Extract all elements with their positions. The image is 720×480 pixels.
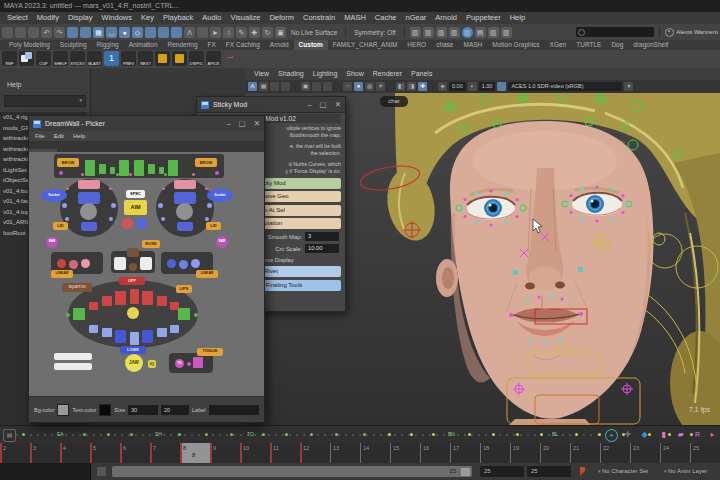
maximize-button[interactable]: ▢ [239, 119, 246, 128]
shelf-tab-sculpting[interactable]: Sculpting [55, 40, 92, 50]
picker-menu-help[interactable]: Help [73, 131, 85, 141]
frame-4[interactable]: 4 [60, 443, 90, 463]
shelf-tab-xgen[interactable]: XGen [545, 40, 572, 50]
command-line[interactable] [0, 463, 91, 480]
viewport-menu-show[interactable]: Show [346, 68, 364, 80]
socket-left-button[interactable]: Socket [41, 189, 67, 202]
picker-control[interactable] [129, 263, 137, 271]
sticky-mod-titlebar[interactable]: Sticky Mod – ▢ ✕ [197, 97, 345, 113]
frame-13[interactable]: 13 [330, 443, 360, 463]
picker-control[interactable] [66, 187, 69, 190]
picker-control[interactable] [205, 217, 209, 221]
lips-button[interactable]: LIPS [176, 285, 192, 293]
picker-control[interactable] [177, 222, 193, 231]
save-scene-icon[interactable] [28, 27, 39, 38]
frame-18[interactable]: 18 [480, 443, 510, 463]
pose-marker-label-sh[interactable]: SH [155, 431, 162, 437]
lights-icon[interactable]: ☀ [376, 82, 385, 91]
time-slider[interactable]: 2345678891011121314151617181920212223242… [0, 443, 720, 463]
shelf-tab-arnold[interactable]: Arnold [265, 40, 294, 50]
size-width-field[interactable]: 30 [128, 405, 158, 415]
shelf-tab-rigging[interactable]: Rigging [92, 40, 124, 50]
pose-marker-track[interactable]: ▤ + ✛ ◆ ▮ ▰ R ▲ EASHTOBNBL [0, 425, 720, 444]
pose-marker-yellow[interactable] [622, 433, 625, 436]
picker-control[interactable] [62, 203, 67, 208]
viewport-menu-shading[interactable]: Shading [278, 68, 304, 80]
frame-19[interactable]: 19 [510, 443, 540, 463]
frame-11[interactable]: 11 [270, 443, 300, 463]
render-sphere-icon[interactable]: ▥ [462, 27, 473, 38]
picker-control[interactable] [73, 308, 85, 320]
shelf-tab-animation[interactable]: Animation [124, 40, 163, 50]
pose-marker-label-to[interactable]: TO [247, 431, 254, 437]
picker-control[interactable] [162, 187, 165, 190]
render-settings-icon[interactable]: ▥ [449, 27, 460, 38]
frame-5[interactable]: 5 [90, 443, 120, 463]
picker-control[interactable] [89, 325, 98, 333]
move-tool-icon[interactable]: + [605, 429, 618, 442]
pose-marker-yellow[interactable] [516, 433, 519, 436]
picker-control[interactable] [81, 259, 90, 268]
main-menu-bar[interactable]: SelectModifyDisplayWindowsKeyPlaybackAud… [0, 12, 720, 24]
pose-marker-yellow[interactable] [540, 433, 543, 436]
exposure-icon[interactable]: ◈ [438, 82, 447, 91]
nose-button[interactable]: NOSE [142, 240, 160, 248]
shelf-button-prev[interactable]: PREV [121, 51, 136, 66]
shelf-button-cubes[interactable] [19, 51, 34, 66]
picker-control[interactable] [65, 217, 69, 221]
pose-marker-green[interactable] [262, 433, 265, 436]
frame-22[interactable]: 22 [600, 443, 630, 463]
picker-control[interactable] [119, 160, 129, 176]
picker-control[interactable] [129, 173, 132, 176]
range-slider-row[interactable]: 25 25 25 No Character Set No Anim Layer [0, 463, 720, 480]
pose-marker-yellow[interactable] [648, 433, 651, 436]
tongue-button[interactable]: TONGUE [197, 348, 223, 356]
camera-name-pill[interactable]: char [380, 96, 408, 107]
picker-menu-bar[interactable]: FileEditHelp [29, 131, 264, 142]
search-input[interactable] [576, 27, 654, 37]
pose-marker-green[interactable] [83, 433, 86, 436]
frame-20[interactable]: 20 [540, 443, 570, 463]
minimize-button[interactable]: – [307, 100, 311, 109]
frame-14[interactable]: 14 [360, 443, 390, 463]
viewport-menu-renderer[interactable]: Renderer [373, 68, 402, 80]
smooth-map-field[interactable]: 3 [305, 232, 339, 241]
picker-titlebar[interactable]: DreamWall - Picker – ▢ ✕ [29, 116, 264, 132]
shelf-tab-rendering[interactable]: Rendering [163, 40, 203, 50]
close-button[interactable]: ✕ [335, 100, 341, 109]
socket-right-button[interactable]: Socket [207, 189, 233, 202]
menu-select[interactable]: Select [7, 12, 28, 24]
exposure-field[interactable]: 0.00 [449, 82, 466, 91]
picker-control[interactable] [54, 363, 92, 370]
picker-control[interactable] [89, 302, 98, 310]
folder-pink-icon[interactable]: ▰ [675, 429, 686, 440]
frame-6[interactable]: 6 [120, 443, 150, 463]
shelf-button-swoosh[interactable]: ~ [221, 49, 239, 67]
clapperboard-icon[interactable]: ▤ [475, 27, 486, 38]
picker-control[interactable] [99, 164, 106, 174]
render-icons[interactable]: ▥▥▥▥▥▤▥▥ [410, 27, 512, 38]
picker-control[interactable] [134, 160, 144, 176]
label-field[interactable] [209, 405, 260, 415]
picker-control[interactable] [127, 307, 139, 319]
move-tool-icon[interactable]: ✚ [249, 27, 260, 38]
picker-control[interactable] [176, 203, 193, 220]
shelf-tab-chase[interactable]: chase [431, 40, 458, 50]
select-mask-hierarchy-icon[interactable] [67, 27, 78, 38]
frame-12[interactable]: 12 [300, 443, 330, 463]
picker-control[interactable] [205, 187, 208, 190]
camera-attributes-icon[interactable]: ▣ [301, 82, 310, 91]
resolution-gate-icon[interactable] [281, 82, 290, 91]
lid-right-button[interactable]: LID [206, 222, 221, 230]
pause-icon[interactable]: ▥ [501, 27, 512, 38]
pose-marker-label-ea[interactable]: EA [57, 431, 64, 437]
pose-marker-green[interactable] [107, 433, 110, 436]
close-button[interactable]: ✕ [254, 119, 260, 128]
picker-control[interactable] [191, 259, 200, 268]
menu-ngear[interactable]: nGear [406, 12, 427, 24]
picker-control[interactable] [170, 325, 179, 333]
cursor-pink-icon[interactable]: ▲ [704, 427, 719, 442]
frame-9[interactable]: 9 [210, 443, 240, 463]
size-height-field[interactable]: 20 [161, 405, 189, 415]
text-color-swatch[interactable] [99, 404, 111, 416]
